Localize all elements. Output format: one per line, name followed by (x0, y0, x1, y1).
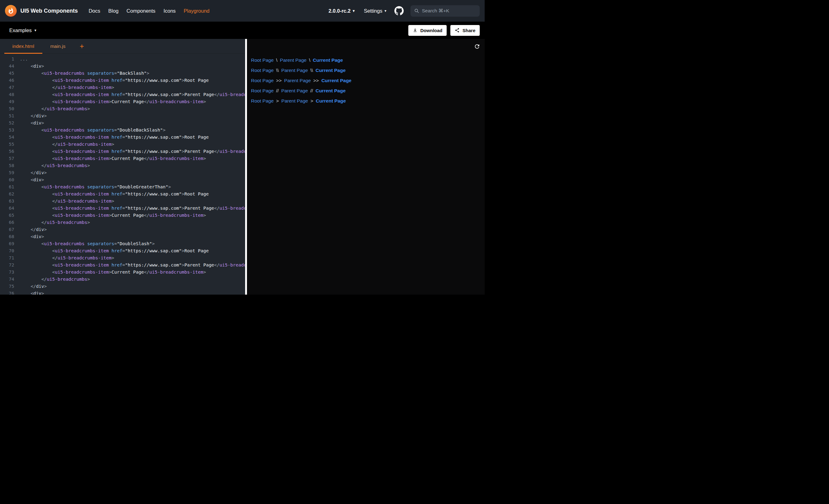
code-line-content: </ui5-breadcrumbs> (20, 276, 90, 283)
examples-toolbar: Examples ▾ Download Share (0, 22, 485, 39)
code-line-content: <ui5-breadcrumbs separators="DoubleGreat… (20, 184, 171, 191)
nav-item-docs[interactable]: Docs (85, 8, 105, 14)
breadcrumb-current[interactable]: Current Page (316, 68, 346, 73)
share-button[interactable]: Share (450, 25, 480, 36)
code-line-content: <ui5-breadcrumbs-item href="https://www.… (20, 134, 209, 141)
code-line: 52 <div> (0, 119, 245, 127)
code-line-content: <ui5-breadcrumbs-item href="https://www.… (20, 247, 209, 255)
breadcrumb: Root Page//Parent Page//Current Page (247, 85, 485, 96)
code-line: 63 </ui5-breadcrumbs-item> (0, 198, 245, 205)
code-line: 57 <ui5-breadcrumbs-item>Current Page</u… (0, 155, 245, 162)
code-area[interactable]: 1...44 <div>45 <ui5-breadcrumbs separato… (0, 54, 245, 295)
breadcrumb: Root Page>Parent Page>Current Page (247, 96, 485, 106)
code-line: 1... (0, 55, 245, 63)
code-line: 67 </div> (0, 226, 245, 233)
breadcrumb-link[interactable]: Parent Page (280, 57, 307, 63)
code-line-content: <div> (20, 119, 44, 127)
chevron-down-icon: ▾ (385, 9, 386, 13)
github-icon (394, 6, 404, 15)
add-tab-button[interactable]: + (74, 39, 90, 53)
code-line-content: </ui5-breadcrumbs-item> (20, 141, 114, 148)
code-line: 75 </div> (0, 283, 245, 290)
code-line-content: </div> (20, 169, 47, 176)
version-label: 2.0.0-rc.2 (329, 8, 351, 14)
code-line: 68 <div> (0, 233, 245, 240)
nav-item-playground[interactable]: Playground (180, 8, 213, 14)
breadcrumb-link[interactable]: Parent Page (284, 78, 311, 83)
code-line: 49 <ui5-breadcrumbs-item>Current Page</u… (0, 98, 245, 105)
line-number: 49 (0, 98, 14, 105)
code-line-content: <ui5-breadcrumbs-item href="https://www.… (20, 205, 245, 212)
line-number: 50 (0, 105, 14, 112)
breadcrumb-link[interactable]: Parent Page (281, 98, 308, 104)
breadcrumb-link[interactable]: Root Page (251, 98, 274, 104)
code-line: 46 <ui5-breadcrumbs-item href="https://w… (0, 77, 245, 84)
code-line-content: </ui5-breadcrumbs> (20, 219, 90, 226)
settings-menu[interactable]: Settings ▾ (364, 8, 386, 14)
line-number: 76 (0, 290, 14, 295)
breadcrumb-rows: Root Page\Parent Page\Current PageRoot P… (247, 54, 485, 106)
breadcrumb-current[interactable]: Current Page (316, 98, 346, 104)
breadcrumb-separator: \\ (308, 68, 316, 73)
download-label: Download (420, 28, 443, 33)
code-line: 50 </ui5-breadcrumbs> (0, 105, 245, 112)
breadcrumb-current[interactable]: Current Page (313, 57, 343, 63)
line-number: 51 (0, 112, 14, 119)
download-icon (412, 28, 418, 33)
breadcrumb-current[interactable]: Current Page (321, 78, 352, 83)
line-number: 61 (0, 184, 14, 191)
code-line-content: <ui5-breadcrumbs-item href="https://www.… (20, 91, 245, 98)
tab-index.html[interactable]: index.html (4, 39, 42, 53)
github-link[interactable] (394, 6, 404, 15)
refresh-icon[interactable] (474, 43, 480, 50)
search-box[interactable] (410, 5, 480, 17)
breadcrumb-separator: >> (311, 78, 321, 83)
code-line: 54 <ui5-breadcrumbs-item href="https://w… (0, 134, 245, 141)
breadcrumb-link[interactable]: Root Page (251, 68, 274, 73)
tab-main.js[interactable]: main.js (42, 39, 74, 53)
line-number: 62 (0, 191, 14, 198)
breadcrumb-link[interactable]: Root Page (251, 57, 274, 63)
breadcrumb-current[interactable]: Current Page (316, 88, 346, 93)
line-number: 70 (0, 247, 14, 255)
examples-dropdown[interactable]: Examples ▾ (9, 28, 36, 33)
code-line-content: </div> (20, 226, 47, 233)
ui5-logo[interactable] (5, 5, 17, 17)
version-selector[interactable]: 2.0.0-rc.2 ▾ (329, 8, 355, 14)
line-number: 59 (0, 169, 14, 176)
code-line: 44 <div> (0, 63, 245, 70)
search-icon (414, 8, 419, 13)
breadcrumb-link[interactable]: Parent Page (281, 68, 308, 73)
nav-item-blog[interactable]: Blog (104, 8, 122, 14)
code-line: 47 </ui5-breadcrumbs-item> (0, 84, 245, 91)
line-number: 74 (0, 276, 14, 283)
breadcrumb-separator: \ (274, 57, 280, 63)
line-number: 72 (0, 262, 14, 269)
code-line-content: </ui5-breadcrumbs> (20, 162, 90, 169)
breadcrumb-link[interactable]: Parent Page (281, 88, 308, 93)
line-number: 47 (0, 84, 14, 91)
code-line: 69 <ui5-breadcrumbs separators="DoubleSl… (0, 240, 245, 247)
search-input[interactable] (422, 8, 476, 13)
breadcrumb-separator: >> (274, 78, 284, 83)
breadcrumb-link[interactable]: Root Page (251, 88, 274, 93)
share-label: Share (462, 28, 475, 33)
nav-item-icons[interactable]: Icons (159, 8, 180, 14)
brand-title[interactable]: UI5 Web Components (21, 8, 78, 14)
code-line: 55 </ui5-breadcrumbs-item> (0, 141, 245, 148)
code-line: 76 <div> (0, 290, 245, 295)
code-line: 58 </ui5-breadcrumbs> (0, 162, 245, 169)
line-number: 57 (0, 155, 14, 162)
breadcrumb: Root Page\\Parent Page\\Current Page (247, 65, 485, 75)
code-line-content: <ui5-breadcrumbs-item href="https://www.… (20, 191, 209, 198)
line-number: 69 (0, 240, 14, 247)
line-number: 75 (0, 283, 14, 290)
download-button[interactable]: Download (408, 25, 447, 36)
line-number: 58 (0, 162, 14, 169)
code-line-content: <div> (20, 176, 44, 184)
line-number: 65 (0, 212, 14, 219)
breadcrumb-separator: \\ (274, 68, 281, 73)
nav-item-components[interactable]: Components (122, 8, 159, 14)
breadcrumb-link[interactable]: Root Page (251, 78, 274, 83)
line-number: 53 (0, 127, 14, 134)
